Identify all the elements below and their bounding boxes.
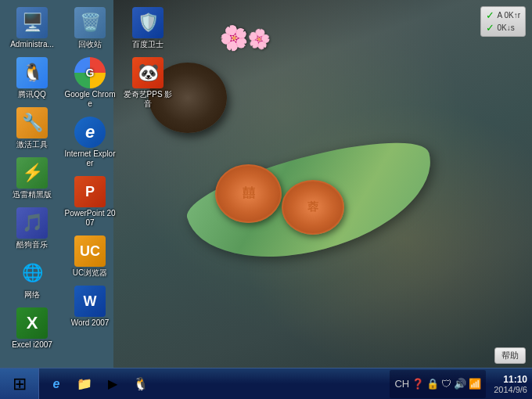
icon-network[interactable]: 🌐 网络: [4, 254, 60, 303]
icon-network-label: 网络: [24, 290, 40, 300]
recycle-icon: 🗑️: [74, 7, 106, 38]
taskbar-qq-button[interactable]: 🐧: [128, 372, 153, 397]
clock-time: 11:10: [503, 374, 527, 385]
desktop: 🌸 🌸 囍 蓉 🖥️ Administra... 🐧 腾讯QQ: [0, 0, 532, 399]
icon-pps-label: 爱奇艺PPS 影音: [121, 90, 174, 109]
qq-icon: 🐧: [16, 57, 48, 88]
desktop-icons-area: 🖥️ Administra... 🐧 腾讯QQ 🔧 激活工具 ⚡ 迅雷精黑版 🎵: [4, 4, 129, 364]
ime-check-2: ✓: [486, 22, 494, 34]
speaker-tray-icon[interactable]: 🔊: [454, 378, 466, 390]
shield-tray-icon[interactable]: 🛡: [441, 378, 451, 390]
administrator-icon: 🖥️: [16, 7, 48, 38]
system-clock[interactable]: 11:10 2014/9/6: [494, 374, 527, 394]
icon-excel-label: Excel i2007: [12, 340, 52, 350]
icon-ie-label: Internet Explorer: [63, 149, 117, 168]
ime-row-1: ✓ A 0K↑r: [486, 9, 520, 21]
icon-recycle[interactable]: 🗑️ 回收站: [62, 4, 118, 52]
word-icon: W: [74, 286, 106, 317]
ppt-icon: P: [74, 176, 106, 207]
icon-chrome-label: Google Chrome: [63, 90, 117, 109]
taskbar-folder-icon: 📁: [77, 376, 92, 391]
icon-baidu-label: 百度卫士: [132, 40, 164, 49]
icon-chrome[interactable]: G Google Chrome: [62, 54, 118, 112]
icon-kugou-label: 酷狗音乐: [16, 240, 48, 250]
system-tray: CH ❓ 🔒 🛡 🔊 📶: [390, 370, 486, 398]
xunlei-icon: ⚡: [16, 157, 48, 189]
icon-administrator[interactable]: 🖥️ Administra...: [4, 4, 60, 52]
icon-qq-label: 腾讯QQ: [18, 90, 46, 99]
icon-uc-label: UC浏览器: [73, 268, 107, 278]
ime-text-2: 0K↓s: [498, 23, 515, 32]
icon-pps[interactable]: 🐼 爱奇艺PPS 影音: [120, 54, 176, 112]
excel-icon: X: [16, 307, 48, 339]
help-tray-icon[interactable]: ❓: [412, 378, 424, 390]
icon-tool[interactable]: 🔧 激活工具: [4, 104, 60, 153]
icon-word-label: Word 2007: [71, 318, 110, 328]
taskbar-folder-button[interactable]: 📁: [72, 372, 97, 397]
uc-icon: UC: [74, 235, 106, 267]
taskbar-ie-button[interactable]: e: [44, 372, 69, 397]
ime-text-1: A 0K↑r: [498, 11, 520, 20]
icon-xunlei-label: 迅雷精黑版: [13, 190, 52, 200]
icon-ppt-label: PowerPoint 2007: [63, 209, 117, 228]
icon-ppt[interactable]: P PowerPoint 2007: [62, 173, 118, 231]
mooncake-2: 蓉: [282, 180, 344, 235]
taskbar-qq-icon: 🐧: [133, 376, 149, 391]
clock-date: 2014/9/6: [494, 385, 527, 394]
taskbar-ie-icon: e: [53, 377, 60, 391]
taskbar-right: CH ❓ 🔒 🛡 🔊 📶 11:10 2014/9/6: [390, 370, 532, 398]
tool-icon: 🔧: [16, 107, 48, 138]
taskbar-media-button[interactable]: ▶: [100, 372, 125, 397]
mooncake-dish-area: 囍 蓉: [172, 94, 438, 313]
icon-kugou[interactable]: 🎵 酷狗音乐: [4, 204, 60, 253]
icon-tool-label: 激活工具: [16, 140, 48, 149]
windows-logo-icon: ⊞: [13, 374, 27, 394]
kugou-icon: 🎵: [16, 207, 48, 239]
taskbar-quick-launch: e 📁 ▶ 🐧: [39, 368, 158, 399]
network-tray-icon[interactable]: 📶: [469, 378, 481, 390]
icon-baidu[interactable]: 🛡️ 百度卫士: [120, 4, 176, 52]
taskbar: ⊞ e 📁 ▶ 🐧 CH ❓ 🔒 🛡 🔊: [0, 368, 532, 399]
icon-administrator-label: Administra...: [10, 40, 54, 49]
ime-indicator[interactable]: ✓ A 0K↑r ✓ 0K↓s: [480, 6, 526, 37]
icon-ie[interactable]: e Internet Explorer: [62, 113, 118, 171]
icon-recycle-label: 回收站: [78, 40, 102, 49]
ime-row-2: ✓ 0K↓s: [486, 22, 520, 34]
baidu-icon: 🛡️: [132, 7, 164, 38]
start-button[interactable]: ⊞: [0, 368, 39, 400]
taskbar-media-icon: ▶: [108, 376, 117, 391]
pps-icon: 🐼: [132, 57, 164, 88]
security-tray-icon[interactable]: 🔒: [426, 378, 439, 390]
ie-icon: e: [74, 117, 106, 148]
icon-qq[interactable]: 🐧 腾讯QQ: [4, 54, 60, 102]
network-icon: 🌐: [16, 257, 48, 289]
icon-uc[interactable]: UC UC浏览器: [62, 232, 118, 281]
flower-decoration: 🌸 🌸: [219, 23, 271, 51]
icon-xunlei[interactable]: ⚡ 迅雷精黑版: [4, 154, 60, 203]
icon-word[interactable]: W Word 2007: [62, 282, 118, 331]
language-tray[interactable]: CH: [394, 378, 409, 390]
help-label: 帮助: [501, 350, 519, 360]
mooncake-1: 囍: [215, 164, 282, 223]
help-button[interactable]: 帮助: [494, 347, 526, 364]
chrome-icon: G: [74, 57, 106, 88]
ime-check-1: ✓: [486, 9, 494, 21]
icon-excel[interactable]: X Excel i2007: [4, 304, 60, 353]
